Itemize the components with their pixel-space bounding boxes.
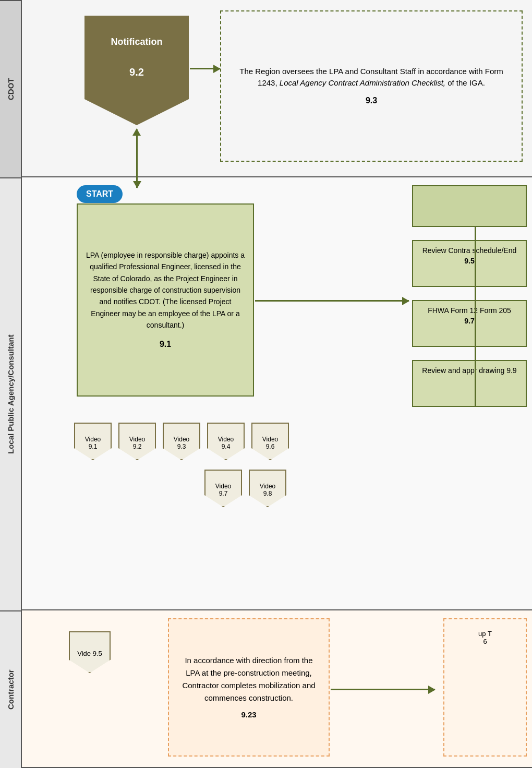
arrow-up-indicator — [132, 128, 141, 136]
video-badge-9-4: Video 9.4 — [207, 423, 245, 460]
video-badge-9-7: Video 9.7 — [204, 470, 242, 507]
lane-labels: CDOT Local Public Agency/Consultant Cont… — [0, 0, 22, 768]
notification-box: Notification 9.2 — [84, 16, 189, 125]
video-badge-9-2: Video 9.2 — [118, 423, 156, 460]
right-side-connector — [475, 227, 476, 407]
right-box-review-drawings: Review and appr drawing 9.9 — [412, 360, 527, 407]
right-box-2: Review Contra schedule/End 9.5 — [412, 240, 527, 287]
notification-rect: Notification 9.2 — [84, 16, 189, 99]
contractor-right-box: up T 6 — [443, 618, 527, 757]
lane-label-contractor: Contractor — [0, 610, 21, 768]
content-area: Notification 9.2 The Region oversees the… — [22, 0, 532, 768]
right-box-3: FHWA Form 12 Form 205 9.7 — [412, 300, 527, 347]
lane-label-lpa: Local Public Agency/Consultant — [0, 177, 21, 610]
lpa-main-box: LPA (employee in responsible charge) app… — [77, 203, 254, 397]
contractor-main-box: In accordance with direction from the LP… — [168, 618, 330, 757]
arrow-lpa-to-notification — [136, 129, 138, 188]
contractor-video-9-5: Vide 9.5 — [69, 631, 111, 673]
video-badge-9-8: Video 9.8 — [249, 470, 286, 507]
right-box-1 — [412, 185, 527, 227]
main-container: CDOT Local Public Agency/Consultant Cont… — [0, 0, 532, 768]
video-badge-9-3: Video 9.3 — [163, 423, 200, 460]
video-badge-9-1: Video 9.1 — [74, 423, 112, 460]
lane-label-cdot: CDOT — [0, 0, 21, 177]
notification-arrow-down — [84, 99, 189, 125]
arrow-contractor-to-right — [331, 689, 435, 690]
video-badge-9-6: Video 9.6 — [251, 423, 289, 460]
arrow-lpa-to-right — [255, 300, 409, 302]
arrow-notification-to-info — [190, 68, 220, 69]
start-button[interactable]: START — [77, 185, 123, 203]
cdot-info-box: The Region oversees the LPA and Consulta… — [220, 10, 523, 162]
